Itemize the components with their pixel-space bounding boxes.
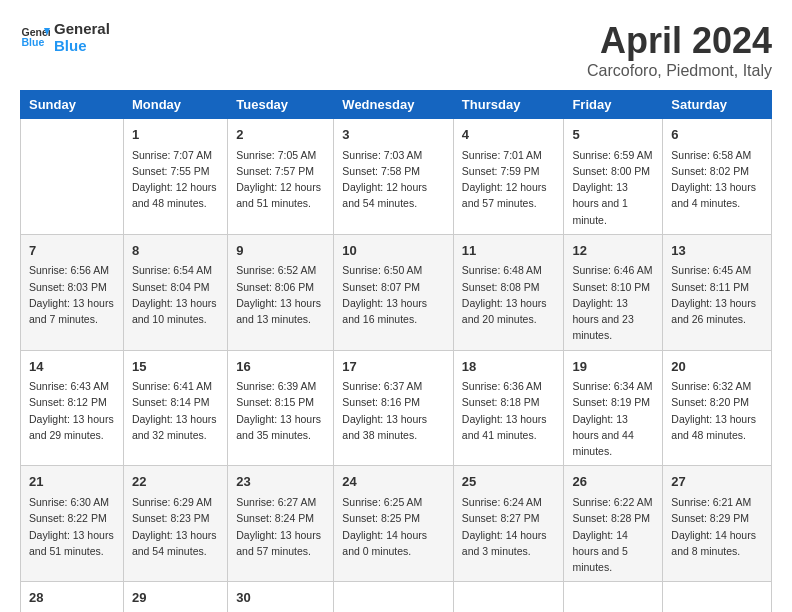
day-cell: 19Sunrise: 6:34 AMSunset: 8:19 PMDayligh… [564,350,663,466]
day-cell: 8Sunrise: 6:54 AMSunset: 8:04 PMDaylight… [123,234,227,350]
day-info: Sunrise: 7:05 AMSunset: 7:57 PMDaylight:… [236,147,325,212]
day-info: Sunrise: 6:54 AMSunset: 8:04 PMDaylight:… [132,262,219,327]
day-number: 14 [29,357,115,377]
day-info: Sunrise: 6:21 AMSunset: 8:29 PMDaylight:… [671,494,763,559]
day-cell: 3Sunrise: 7:03 AMSunset: 7:58 PMDaylight… [334,119,454,235]
header-cell-friday: Friday [564,91,663,119]
day-cell: 5Sunrise: 6:59 AMSunset: 8:00 PMDaylight… [564,119,663,235]
calendar-header: SundayMondayTuesdayWednesdayThursdayFrid… [21,91,772,119]
day-info: Sunrise: 6:29 AMSunset: 8:23 PMDaylight:… [132,494,219,559]
day-number: 25 [462,472,556,492]
day-number: 17 [342,357,445,377]
day-info: Sunrise: 7:01 AMSunset: 7:59 PMDaylight:… [462,147,556,212]
day-info: Sunrise: 6:37 AMSunset: 8:16 PMDaylight:… [342,378,445,443]
day-number: 23 [236,472,325,492]
day-cell: 10Sunrise: 6:50 AMSunset: 8:07 PMDayligh… [334,234,454,350]
logo-line2: Blue [54,37,110,54]
header-cell-saturday: Saturday [663,91,772,119]
day-cell: 20Sunrise: 6:32 AMSunset: 8:20 PMDayligh… [663,350,772,466]
day-info: Sunrise: 6:56 AMSunset: 8:03 PMDaylight:… [29,262,115,327]
logo-icon: General Blue [20,22,50,52]
day-info: Sunrise: 6:50 AMSunset: 8:07 PMDaylight:… [342,262,445,327]
calendar-body: 1Sunrise: 7:07 AMSunset: 7:55 PMDaylight… [21,119,772,613]
day-number: 18 [462,357,556,377]
day-number: 21 [29,472,115,492]
week-row-3: 21Sunrise: 6:30 AMSunset: 8:22 PMDayligh… [21,466,772,582]
day-cell: 24Sunrise: 6:25 AMSunset: 8:25 PMDayligh… [334,466,454,582]
day-number: 15 [132,357,219,377]
day-cell: 17Sunrise: 6:37 AMSunset: 8:16 PMDayligh… [334,350,454,466]
day-number: 29 [132,588,219,608]
calendar-table: SundayMondayTuesdayWednesdayThursdayFrid… [20,90,772,612]
day-number: 3 [342,125,445,145]
week-row-4: 28Sunrise: 6:19 AMSunset: 8:31 PMDayligh… [21,582,772,612]
day-cell: 18Sunrise: 6:36 AMSunset: 8:18 PMDayligh… [453,350,564,466]
day-number: 2 [236,125,325,145]
day-number: 19 [572,357,654,377]
header-cell-wednesday: Wednesday [334,91,454,119]
day-number: 5 [572,125,654,145]
day-info: Sunrise: 7:07 AMSunset: 7:55 PMDaylight:… [132,147,219,212]
day-info: Sunrise: 6:58 AMSunset: 8:02 PMDaylight:… [671,147,763,212]
day-cell: 11Sunrise: 6:48 AMSunset: 8:08 PMDayligh… [453,234,564,350]
subtitle: Carcoforo, Piedmont, Italy [587,62,772,80]
day-cell [564,582,663,612]
day-number: 1 [132,125,219,145]
day-number: 16 [236,357,325,377]
day-info: Sunrise: 6:39 AMSunset: 8:15 PMDaylight:… [236,378,325,443]
header-cell-thursday: Thursday [453,91,564,119]
day-cell: 12Sunrise: 6:46 AMSunset: 8:10 PMDayligh… [564,234,663,350]
header-cell-monday: Monday [123,91,227,119]
day-cell: 21Sunrise: 6:30 AMSunset: 8:22 PMDayligh… [21,466,124,582]
header: General Blue General Blue April 2024 Car… [20,20,772,80]
day-cell: 28Sunrise: 6:19 AMSunset: 8:31 PMDayligh… [21,582,124,612]
day-cell: 7Sunrise: 6:56 AMSunset: 8:03 PMDaylight… [21,234,124,350]
day-number: 4 [462,125,556,145]
header-row: SundayMondayTuesdayWednesdayThursdayFrid… [21,91,772,119]
day-number: 8 [132,241,219,261]
day-info: Sunrise: 7:03 AMSunset: 7:58 PMDaylight:… [342,147,445,212]
day-cell: 27Sunrise: 6:21 AMSunset: 8:29 PMDayligh… [663,466,772,582]
week-row-0: 1Sunrise: 7:07 AMSunset: 7:55 PMDaylight… [21,119,772,235]
day-number: 30 [236,588,325,608]
day-cell: 29Sunrise: 6:17 AMSunset: 8:32 PMDayligh… [123,582,227,612]
day-info: Sunrise: 6:25 AMSunset: 8:25 PMDaylight:… [342,494,445,559]
day-number: 26 [572,472,654,492]
day-cell: 2Sunrise: 7:05 AMSunset: 7:57 PMDaylight… [228,119,334,235]
day-info: Sunrise: 6:30 AMSunset: 8:22 PMDaylight:… [29,494,115,559]
day-number: 22 [132,472,219,492]
day-cell: 15Sunrise: 6:41 AMSunset: 8:14 PMDayligh… [123,350,227,466]
svg-text:Blue: Blue [22,36,45,48]
day-cell: 16Sunrise: 6:39 AMSunset: 8:15 PMDayligh… [228,350,334,466]
day-cell [21,119,124,235]
day-cell: 13Sunrise: 6:45 AMSunset: 8:11 PMDayligh… [663,234,772,350]
day-number: 28 [29,588,115,608]
day-cell: 4Sunrise: 7:01 AMSunset: 7:59 PMDaylight… [453,119,564,235]
day-cell [453,582,564,612]
day-cell: 30Sunrise: 6:16 AMSunset: 8:33 PMDayligh… [228,582,334,612]
logo-line1: General [54,20,110,37]
day-number: 6 [671,125,763,145]
day-cell: 9Sunrise: 6:52 AMSunset: 8:06 PMDaylight… [228,234,334,350]
day-info: Sunrise: 6:48 AMSunset: 8:08 PMDaylight:… [462,262,556,327]
day-cell [663,582,772,612]
title-area: April 2024 Carcoforo, Piedmont, Italy [587,20,772,80]
day-info: Sunrise: 6:27 AMSunset: 8:24 PMDaylight:… [236,494,325,559]
day-cell: 23Sunrise: 6:27 AMSunset: 8:24 PMDayligh… [228,466,334,582]
week-row-1: 7Sunrise: 6:56 AMSunset: 8:03 PMDaylight… [21,234,772,350]
day-cell: 1Sunrise: 7:07 AMSunset: 7:55 PMDaylight… [123,119,227,235]
week-row-2: 14Sunrise: 6:43 AMSunset: 8:12 PMDayligh… [21,350,772,466]
day-number: 20 [671,357,763,377]
day-cell: 14Sunrise: 6:43 AMSunset: 8:12 PMDayligh… [21,350,124,466]
day-info: Sunrise: 6:24 AMSunset: 8:27 PMDaylight:… [462,494,556,559]
day-number: 27 [671,472,763,492]
day-number: 9 [236,241,325,261]
day-number: 7 [29,241,115,261]
day-info: Sunrise: 6:45 AMSunset: 8:11 PMDaylight:… [671,262,763,327]
day-cell: 25Sunrise: 6:24 AMSunset: 8:27 PMDayligh… [453,466,564,582]
day-info: Sunrise: 6:36 AMSunset: 8:18 PMDaylight:… [462,378,556,443]
header-cell-tuesday: Tuesday [228,91,334,119]
day-number: 11 [462,241,556,261]
day-info: Sunrise: 6:32 AMSunset: 8:20 PMDaylight:… [671,378,763,443]
day-number: 10 [342,241,445,261]
